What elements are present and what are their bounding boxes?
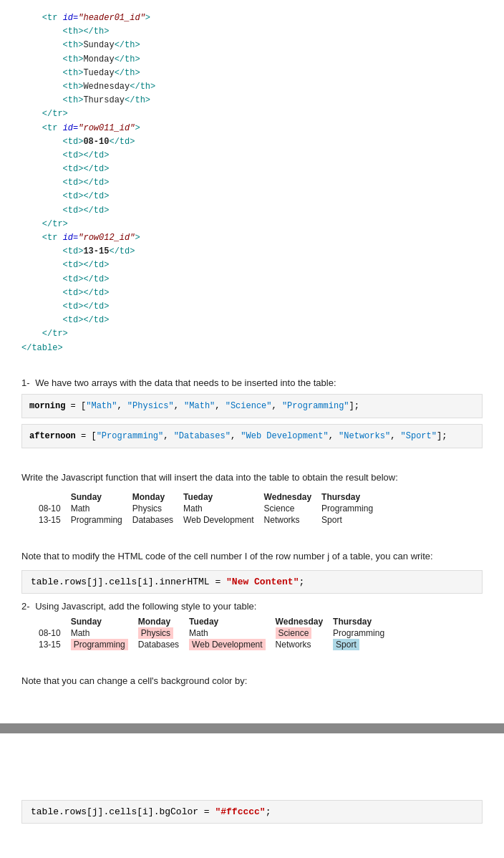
instruction3-text: Note that you can change a cell's backgr…	[21, 674, 483, 689]
data-cell: Networks	[261, 514, 319, 526]
th-empty-2	[36, 616, 68, 627]
code-line-13: <td></td>	[21, 176, 483, 190]
point1-label: 1- We have two arrays with the data that…	[21, 377, 483, 388]
code-line-14: <td></td>	[21, 190, 483, 203]
main-content: <tr id="header01_id"> <th></th> <th>Sund…	[0, 0, 504, 709]
data-cell: Math	[180, 503, 261, 514]
th-thursday-1: Thursday	[319, 491, 380, 503]
code-line-8: </tr>	[21, 107, 483, 121]
schedule-table-2: Sunday Monday Tueday Wednesday Thursday …	[36, 616, 392, 650]
data-cell: Math	[186, 627, 273, 639]
data-cell: Web Development	[180, 514, 261, 526]
th-monday-1: Monday	[130, 491, 180, 503]
data-cell: Sport	[319, 514, 380, 526]
table-row: 13-15 Programming Databases Web Developm…	[36, 639, 392, 650]
schedule-table-1: Sunday Monday Tueday Wednesday Thursday …	[36, 491, 380, 526]
code-line-2: <th></th>	[21, 25, 483, 39]
code-line-25: </table>	[21, 342, 483, 355]
code-snippet-2: table.rows[j].cells[i].bgColor = "#ffccc…	[21, 800, 483, 824]
morning-array-code: morning = ["Math", "Physics", "Math", "S…	[21, 394, 483, 418]
code-line-22: <td></td>	[21, 300, 483, 314]
data-cell: Math	[68, 503, 130, 514]
data-cell-highlight-pink: Science	[273, 627, 330, 639]
data-cell: Databases	[135, 639, 186, 650]
code-line-12: <td></td>	[21, 163, 483, 176]
th-sunday-2: Sunday	[68, 616, 135, 627]
table-row: 13-15 Programming Databases Web Developm…	[36, 514, 380, 526]
divider-bar	[0, 723, 504, 733]
th-empty	[36, 491, 68, 503]
instruction2-text: Note that to modify the HTML code of the…	[21, 549, 483, 564]
code-line-23: <td></td>	[21, 314, 483, 327]
data-cell: Math	[68, 627, 135, 639]
data-cell: Physics	[130, 503, 180, 514]
code-line-10: <td>08-10</td>	[21, 135, 483, 149]
code-line-21: <td></td>	[21, 286, 483, 300]
point2-label: 2- Using Javascript, add the following s…	[21, 601, 483, 612]
code-line-9: <tr id="row011_id">	[21, 122, 483, 135]
th-sunday-1: Sunday	[68, 491, 130, 503]
bottom-section: table.rows[j].cells[i].bgColor = "#ffccc…	[0, 748, 504, 851]
data-cell: Science	[261, 503, 319, 514]
data-cell: Programming	[330, 627, 392, 639]
th-tueday-1: Tueday	[180, 491, 261, 503]
code-snippet-1: table.rows[j].cells[i].innerHTML = "New …	[21, 570, 483, 594]
code-line-6: <th>Wednesday</th>	[21, 80, 483, 94]
data-cell-highlight-pink: Web Development	[186, 639, 273, 650]
html-code-block: <tr id="header01_id"> <th></th> <th>Sund…	[21, 7, 483, 360]
code-line-7: <th>Thursday</th>	[21, 94, 483, 107]
th-wednesday-1: Wednesday	[261, 491, 319, 503]
code-line-15: <td></td>	[21, 204, 483, 218]
code-line-4: <th>Monday</th>	[21, 53, 483, 67]
data-cell-highlight-blue: Sport	[330, 639, 392, 650]
time-cell: 08-10	[36, 627, 68, 639]
data-cell: Programming	[319, 503, 380, 514]
data-cell: Programming	[68, 514, 130, 526]
code-line-19: <td></td>	[21, 259, 483, 272]
time-cell: 08-10	[36, 503, 68, 514]
th-tueday-2: Tueday	[186, 616, 273, 627]
afternoon-array-code: afternoon = ["Programming", "Databases",…	[21, 424, 483, 448]
table-row: 08-10 Math Physics Math Science Programm…	[36, 503, 380, 514]
code-line-5: <th>Tueday</th>	[21, 67, 483, 80]
time-cell: 13-15	[36, 639, 68, 650]
code-line-11: <td></td>	[21, 149, 483, 163]
table-row: 08-10 Math Physics Math Science Programm…	[36, 627, 392, 639]
th-wednesday-2: Wednesday	[273, 616, 330, 627]
th-monday-2: Monday	[135, 616, 186, 627]
data-cell-highlight-pink: Programming	[68, 639, 135, 650]
code-line-3: <th>Sunday</th>	[21, 39, 483, 52]
data-cell: Networks	[273, 639, 330, 650]
code-line-17: <tr id="row012_id">	[21, 231, 483, 245]
data-cell-highlight-pink: Physics	[135, 627, 186, 639]
code-line-1: <tr id="header01_id">	[21, 11, 483, 25]
time-cell: 13-15	[36, 514, 68, 526]
code-line-24: </tr>	[21, 327, 483, 341]
code-line-20: <td></td>	[21, 273, 483, 286]
instruction1-text: Write the Javascript function that will …	[21, 471, 483, 486]
data-cell: Databases	[130, 514, 180, 526]
th-thursday-2: Thursday	[330, 616, 392, 627]
code-line-16: </tr>	[21, 218, 483, 231]
code-line-18: <td>13-15</td>	[21, 245, 483, 259]
